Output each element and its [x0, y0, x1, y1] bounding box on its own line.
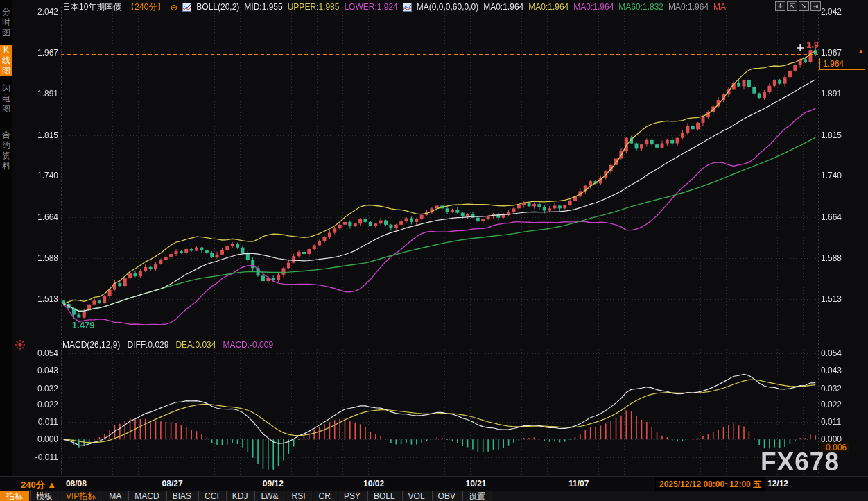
- chart-header: 日本10年期国债 【240分】 ⊖ BOLL(20,2) MID:1.955 U…: [62, 1, 726, 12]
- ma-indicator-icon[interactable]: [403, 3, 412, 12]
- macd-dea-value: DEA:0.034: [175, 340, 216, 350]
- y-tick-label: 0.043: [14, 366, 58, 375]
- instrument-title: 日本10年期国债: [62, 1, 121, 13]
- y-tick-label: 1.815: [821, 130, 842, 140]
- toolbar-item-RSI[interactable]: RSI: [286, 491, 312, 501]
- live-indicator-icon[interactable]: [15, 339, 26, 353]
- crosshair-tool-icon[interactable]: ✛: [775, 1, 785, 11]
- boll-upper-value: UPPER:1.985: [288, 2, 340, 12]
- price-up-arrow-icon: ▲: [858, 47, 865, 55]
- boll-indicator-icon[interactable]: [182, 3, 191, 12]
- sidebar-tab-2[interactable]: K线图: [0, 45, 12, 76]
- ma60-value: MA60:1.832: [618, 2, 663, 12]
- sidebar-tab-char: 图: [0, 66, 12, 76]
- left-sidebar: 分时图K线图闪电图合约资料: [0, 0, 12, 476]
- y-tick-label: 1.513: [821, 294, 842, 304]
- y-tick-label: 2.042: [821, 7, 842, 17]
- boll-mid-value: MID:1.955: [244, 2, 282, 12]
- boll-lower-value: LOWER:1.924: [344, 2, 397, 12]
- ma0-magenta-value: MA0:1.964: [573, 2, 614, 12]
- toolbar-item-指标[interactable]: 指标: [0, 491, 29, 501]
- toolbar-item-BIAS[interactable]: BIAS: [166, 491, 198, 501]
- sidebar-tab-char: 分: [0, 7, 12, 17]
- sidebar-tab-char: 线: [0, 56, 12, 66]
- axis-zoom-in-icon[interactable]: ⇱: [787, 1, 797, 11]
- y-tick-label: 0.011: [821, 417, 841, 427]
- y-tick-label: 1.891: [14, 89, 58, 99]
- x-tick-label: 08/27: [162, 479, 183, 489]
- sidebar-tab-char: 图: [0, 104, 12, 114]
- y-tick-label: 1.664: [821, 212, 842, 222]
- y-tick-label: 1.588: [14, 253, 58, 263]
- toolbar-item-设置[interactable]: 设置: [462, 491, 492, 501]
- y-tick-label: 1.740: [14, 171, 58, 180]
- y-tick-label: 0.054: [821, 348, 842, 358]
- y-tick-label: 0.032: [14, 384, 58, 393]
- macd-macd-value: MACD:-0.009: [223, 340, 273, 350]
- sidebar-tab-char: 图: [0, 28, 12, 38]
- toolbar-item-LW&[interactable]: LW&: [254, 491, 284, 501]
- collapse-indicator-icon[interactable]: ⊖: [170, 2, 177, 12]
- y-tick-label: 1.967: [821, 48, 842, 58]
- axis-zoom-out-icon[interactable]: ⇲: [799, 1, 809, 11]
- toolbar-item-KDJ[interactable]: KDJ: [226, 491, 254, 501]
- ma-name: MA(0,0,0,60,0,0): [417, 2, 478, 12]
- toolbar-item-CR[interactable]: CR: [313, 491, 337, 501]
- bar-tooltip: 2025/12/12 08:00~12:00 五: [655, 477, 765, 492]
- ma0-yellow-value: MA0:1.964: [528, 2, 568, 12]
- x-tick-label: 11/07: [568, 479, 589, 489]
- x-tick-label: 09/12: [263, 479, 284, 489]
- y-tick-label: 0.011: [14, 417, 58, 427]
- toolbar-item-模板[interactable]: 模板: [30, 491, 59, 501]
- sidebar-tab-char: 料: [0, 161, 12, 171]
- y-tick-label: 1.891: [821, 89, 842, 99]
- y-tick-label: 0.032: [821, 384, 842, 393]
- toolbar-item-MA[interactable]: MA: [103, 491, 128, 501]
- candlestick-chart-canvas[interactable]: [0, 0, 868, 476]
- macd-name: MACD(26,12,9): [62, 340, 120, 350]
- ma-red-label: MA: [713, 2, 726, 12]
- y-tick-label: 1.740: [821, 171, 842, 180]
- sidebar-tab-char: 电: [0, 94, 12, 104]
- y-tick-label: 1.664: [14, 212, 58, 222]
- macd-diff-value: DIFF:0.029: [127, 340, 168, 350]
- sidebar-tab-char: 闪: [0, 83, 12, 94]
- indicator-toolbar: 指标模板VIP指标MAMACDBIASCCIKDJLW&RSICRPSYBOLL…: [0, 491, 868, 501]
- sidebar-tab-char: 时: [0, 17, 12, 28]
- sidebar-tab-char: 合: [0, 130, 12, 140]
- x-tick-label: 08/08: [66, 479, 87, 489]
- sidebar-tab-1[interactable]: 分时图: [0, 7, 12, 38]
- x-tick-last-date: 12/12: [767, 479, 788, 489]
- toolbar-item-CCI[interactable]: CCI: [198, 491, 225, 501]
- y-tick-label: 1.588: [821, 253, 842, 263]
- exit-chart-icon[interactable]: ⇥: [810, 1, 821, 11]
- sidebar-tab-4[interactable]: 合约资料: [0, 130, 12, 171]
- ma0-gray-value: MA0:1.964: [668, 2, 709, 12]
- y-tick-label: 1.815: [14, 130, 58, 140]
- ma0-white-value: MA0:1.964: [483, 2, 523, 12]
- y-tick-label: 0.022: [14, 400, 58, 409]
- current-price-tag: 1.964: [819, 58, 865, 70]
- boll-name: BOLL(20,2): [196, 2, 239, 12]
- y-tick-label: 1.967: [14, 48, 58, 58]
- toolbar-item-OBV[interactable]: OBV: [432, 491, 462, 501]
- chart-tool-buttons: ✛ ⇱ ⇲ ⇥: [775, 1, 821, 11]
- toolbar-item-MACD[interactable]: MACD: [128, 491, 165, 501]
- sidebar-tab-3[interactable]: 闪电图: [0, 83, 12, 114]
- fx678-watermark: FX678: [761, 448, 840, 477]
- toolbar-item-VIP指标[interactable]: VIP指标: [60, 491, 102, 501]
- sidebar-tab-char: 资: [0, 151, 12, 161]
- y-tick-label: -0.011: [14, 452, 58, 462]
- period-selector[interactable]: 240分 ▲: [21, 479, 56, 491]
- toolbar-item-BOLL[interactable]: BOLL: [367, 491, 401, 501]
- x-axis-row: 240分 ▲ 2025/12/12 08:00~12:00 五 12/12 08…: [0, 476, 868, 491]
- x-tick-label: 10/21: [466, 479, 487, 489]
- toolbar-item-VOL[interactable]: VOL: [402, 491, 431, 501]
- sidebar-tab-char: K: [0, 45, 12, 56]
- x-tick-label: 10/02: [363, 479, 384, 489]
- y-tick-label: 1.513: [14, 294, 58, 304]
- toolbar-item-PSY[interactable]: PSY: [338, 491, 367, 501]
- macd-header: MACD(26,12,9) DIFF:0.029 DEA:0.034 MACD:…: [62, 340, 273, 350]
- y-tick-label: 0.022: [821, 400, 842, 409]
- y-tick-label: 2.042: [14, 7, 58, 17]
